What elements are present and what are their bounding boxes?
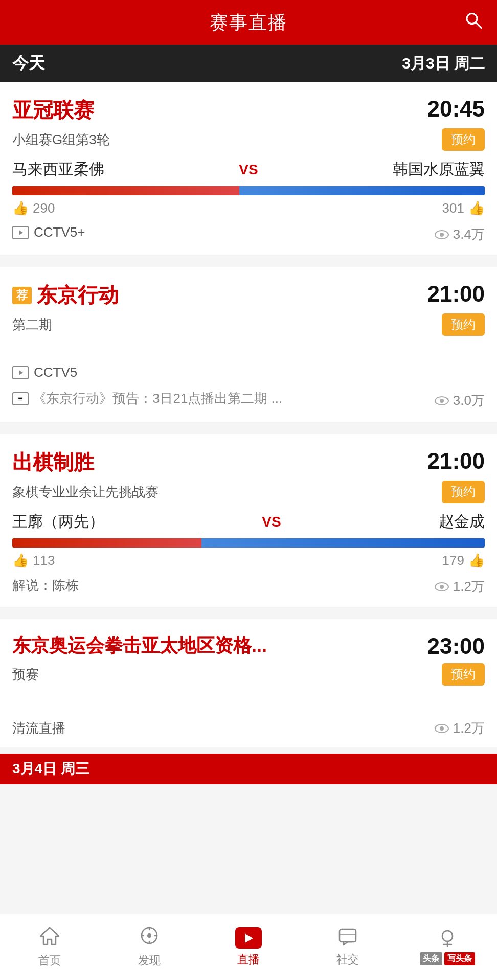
tv-icon-asian-cup (12, 226, 29, 239)
header-title: 赛事直播 (210, 10, 287, 35)
nav-item-discover[interactable]: 发现 (99, 926, 198, 968)
support-bar-asian-cup (12, 186, 485, 195)
discover-icon (139, 926, 160, 950)
event-title-chess[interactable]: 出棋制胜 (12, 448, 94, 476)
event-card-asian-cup: 亚冠联赛 20:45 小组赛G组第3轮 预约 马来西亚柔佛 VS 韩国水原蓝翼 … (0, 82, 497, 255)
channel-row-asian-cup: CCTV5+ (12, 224, 85, 240)
thumb-up-right-icon: 👍 (468, 200, 485, 216)
reserve-button-boxing[interactable]: 预约 (442, 663, 485, 686)
main-content: 亚冠联赛 20:45 小组赛G组第3轮 预约 马来西亚柔佛 VS 韩国水原蓝翼 … (0, 82, 497, 856)
preview-text-tokyo-action: 《东京行动》预告：3日21点播出第二期 ... (33, 390, 282, 407)
votes-left-chess: 113 (33, 553, 55, 568)
votes-right-chess: 179 (442, 553, 464, 568)
svg-marker-2 (19, 230, 23, 235)
svg-marker-5 (19, 370, 23, 375)
event-time-boxing: 23:00 (427, 633, 485, 659)
team-left-chess: 王廓（两先） (12, 511, 104, 532)
event-subtitle-chess: 象棋专业业余让先挑战赛 (12, 483, 159, 501)
support-left-asian-cup (12, 186, 239, 195)
team-right-chess: 赵金成 (439, 511, 485, 532)
today-label: 今天 (12, 52, 45, 75)
views-count-asian-cup: 3.4万 (453, 225, 485, 243)
event-subtitle-asian-cup: 小组赛G组第3轮 (12, 131, 110, 149)
reserve-button-chess[interactable]: 预约 (442, 481, 485, 503)
nav-item-social[interactable]: 社交 (298, 927, 397, 967)
write-toutiao-label: 写头条 (444, 952, 475, 965)
current-date: 3月3日 周二 (402, 53, 485, 74)
team-right-asian-cup: 韩国水原蓝翼 (393, 159, 485, 180)
event-subtitle-tokyo-action: 第二期 (12, 316, 52, 334)
views-count-tokyo-action: 3.0万 (453, 392, 485, 409)
rec-badge-tokyo-action: 荐 (12, 287, 32, 304)
reserve-button-asian-cup[interactable]: 预约 (442, 128, 485, 151)
eye-icon-tokyo-action (435, 396, 449, 406)
preview-icon-tokyo-action: ≡ (12, 392, 29, 405)
next-date-label: 3月4日 周三 (12, 759, 89, 779)
event-time-tokyo-action: 21:00 (427, 281, 485, 307)
nav-item-home[interactable]: 首页 (0, 926, 99, 968)
svg-point-22 (442, 931, 453, 941)
thumb-up-left-icon-chess: 👍 (12, 553, 29, 568)
votes-left-asian-cup: 290 (33, 200, 55, 216)
views-row-chess: 1.2万 (435, 578, 485, 596)
views-row-asian-cup: 3.4万 (435, 225, 485, 243)
event-title-boxing[interactable]: 东京奥运会拳击亚太地区资格... (12, 633, 267, 658)
event-title-tokyo-action[interactable]: 东京行动 (37, 281, 119, 309)
svg-point-4 (440, 233, 444, 237)
social-icon (337, 927, 358, 949)
svg-point-14 (147, 933, 151, 938)
nav-label-home: 首页 (38, 953, 61, 968)
home-icon (39, 926, 60, 950)
support-bar-chess (12, 538, 485, 548)
vs-label-chess: VS (262, 514, 281, 530)
app-header: 赛事直播 (0, 0, 497, 45)
toutiao-icon (437, 929, 458, 950)
support-left-chess (12, 538, 201, 548)
eye-icon-chess (435, 582, 449, 592)
svg-marker-12 (40, 928, 59, 944)
nav-label-live: 直播 (237, 952, 260, 967)
thumb-up-right-icon-chess: 👍 (468, 553, 485, 568)
toutiao-label: 头条 (420, 952, 442, 965)
eye-icon-boxing (435, 723, 449, 734)
next-date-bar: 3月4日 周三 (0, 754, 497, 784)
svg-rect-20 (340, 929, 356, 942)
svg-point-7 (440, 399, 444, 403)
event-subtitle-boxing: 预赛 (12, 666, 39, 683)
preview-row-tokyo-action: ≡ 《东京行动》预告：3日21点播出第二期 ... (12, 390, 282, 407)
support-right-asian-cup (239, 186, 485, 195)
event-card-boxing: 东京奥运会拳击亚太地区资格... 23:00 预赛 预约 清流直播 1.2万 (0, 619, 497, 747)
bottom-navigation: 首页 发现 直播 (0, 914, 497, 980)
svg-line-1 (476, 23, 481, 28)
channel-row-tokyo-action: CCTV5 (12, 364, 77, 380)
reserve-button-tokyo-action[interactable]: 预约 (442, 313, 485, 336)
toutiao-labels: 头条 写头条 (420, 952, 475, 965)
views-count-boxing: 1.2万 (453, 719, 485, 737)
channel-name-tokyo-action: CCTV5 (34, 364, 77, 380)
views-row-boxing: 1.2万 (435, 719, 485, 737)
vs-label-asian-cup: VS (239, 162, 258, 178)
nav-item-live[interactable]: 直播 (199, 927, 298, 967)
nav-label-social: 社交 (336, 952, 359, 967)
live-icon (235, 927, 262, 949)
svg-marker-19 (245, 933, 253, 943)
event-card-chess: 出棋制胜 21:00 象棋专业业余让先挑战赛 预约 王廓（两先） VS 赵金成 … (0, 434, 497, 607)
views-count-chess: 1.2万 (453, 578, 485, 596)
channel-name-boxing: 清流直播 (12, 719, 65, 737)
votes-row-asian-cup: 👍 290 301 👍 (12, 200, 485, 216)
nav-item-toutiao[interactable]: 头条 写头条 (398, 929, 497, 965)
event-time-chess: 21:00 (427, 448, 485, 474)
tv-icon-tokyo-action (12, 366, 29, 379)
team-left-asian-cup: 马来西亚柔佛 (12, 159, 104, 180)
support-right-chess (201, 538, 485, 548)
svg-point-9 (440, 585, 444, 589)
event-title-asian-cup[interactable]: 亚冠联赛 (12, 96, 94, 124)
event-card-tokyo-action: 荐 东京行动 21:00 第二期 预约 CCTV5 ≡ 《东京行动》预告：3日2… (0, 267, 497, 422)
views-row-tokyo-action: 3.0万 (435, 392, 485, 409)
search-icon[interactable] (464, 11, 483, 34)
thumb-up-left-icon: 👍 (12, 200, 29, 216)
votes-right-asian-cup: 301 (442, 200, 464, 216)
commentator-chess: 解说：陈栋 (12, 577, 79, 595)
match-teams-asian-cup: 马来西亚柔佛 VS 韩国水原蓝翼 (12, 159, 485, 180)
svg-point-11 (440, 726, 444, 731)
